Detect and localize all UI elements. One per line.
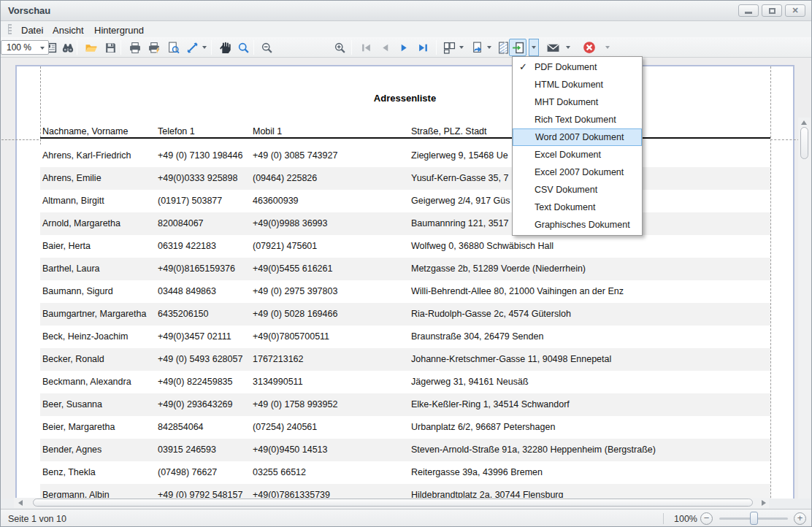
table-row: Altmann, Birgitt(01917) 503877463600939G… [40, 190, 770, 212]
zoom-combobox[interactable]: 100 % [1, 40, 49, 55]
menubar-grip[interactable] [8, 24, 12, 34]
cell-telefon: +49 (0) 9792 548157 [158, 484, 242, 499]
magnifier-button[interactable] [234, 39, 252, 56]
chevron-down-icon [487, 46, 491, 49]
menu-item-mht-dokument[interactable]: MHT Dokument [513, 93, 642, 111]
cell-mobil: +49(0)7805700511 [253, 326, 329, 348]
search-button[interactable] [59, 39, 77, 56]
page-setup-button[interactable] [164, 39, 182, 56]
menu-hintergrund[interactable]: Hintergrund [90, 23, 148, 37]
menu-item-label: Graphisches Dokument [535, 220, 630, 230]
zoom-in-button[interactable] [331, 39, 348, 56]
menu-item-csv-dokument[interactable]: CSV Dokument [513, 181, 642, 199]
statusbar-separator [663, 513, 664, 524]
scale-dropdown[interactable] [199, 39, 210, 56]
menu-item-pdf-dokument[interactable]: ✓PDF Dokument [513, 58, 642, 76]
cell-telefon: +49(0)3457 02111 [158, 326, 231, 348]
multipage-icon [443, 42, 456, 54]
cell-mobil: +49(0)9988 36993 [253, 212, 328, 235]
zoom-slider-thumb[interactable] [750, 512, 758, 525]
save-button[interactable] [102, 39, 119, 56]
next-page-button[interactable] [395, 39, 413, 56]
cell-mobil: 463600939 [253, 190, 299, 212]
page-color-dropdown[interactable] [484, 39, 494, 56]
cell-telefon: +49(0) 293643269 [158, 393, 233, 416]
vertical-scrollbar[interactable] [798, 118, 811, 499]
scroll-left-icon[interactable] [18, 500, 23, 506]
save-icon [104, 42, 117, 54]
menu-item-excel-dokument[interactable]: Excel Dokument [513, 146, 642, 164]
cell-telefon: (07498) 76627 [158, 461, 217, 484]
cell-mobil: 03255 66512 [253, 461, 306, 484]
status-bar: Seite 1 von 10 100% − + [1, 509, 811, 527]
page-color-icon [471, 42, 483, 54]
table-row: Ahrens, Emilie+49(0)0333 925898(09464) 2… [40, 167, 770, 190]
cell-adresse: Hildebrandtplatz 2a, 30744 Flensburg [411, 484, 563, 499]
cell-adresse: Baumannring 121, 3517 [411, 212, 508, 235]
table-row: Becker, Ronald+49 (0) 5493 6280571767213… [40, 348, 770, 371]
prev-page-button[interactable] [376, 39, 394, 56]
scale-icon [186, 42, 199, 54]
export-dropdown[interactable] [529, 39, 539, 56]
page-setup-icon [167, 42, 180, 54]
scroll-right-icon[interactable] [762, 500, 766, 506]
table-row: Baumgartner, Margaretha6435206150+49 (0)… [40, 303, 770, 326]
menu-item-label: MHT Dokument [535, 97, 598, 107]
document-title: Adressenliste [17, 93, 793, 104]
close-icon: ✕ [792, 7, 798, 15]
table-row: Beckmann, Alexandra+49(0) 82245983531349… [40, 371, 770, 393]
zoom-out-slider-button[interactable]: − [700, 512, 713, 525]
vertical-scroll-thumb[interactable] [800, 127, 808, 159]
multipage-button[interactable] [440, 39, 458, 56]
zoom-out-icon [261, 42, 273, 54]
search-icon [61, 42, 74, 54]
quick-print-icon [148, 42, 161, 54]
email-button[interactable] [544, 39, 562, 56]
menu-item-word-2007-dokument[interactable]: Word 2007 Dokument [513, 128, 642, 146]
multipage-dropdown[interactable] [456, 39, 467, 56]
horizontal-scroll-thumb[interactable] [33, 499, 753, 507]
cell-adresse: Metzgasse 2b, 51289 Voerde (Niederrhein) [411, 258, 586, 280]
close-button[interactable]: ✕ [785, 4, 805, 17]
maximize-button[interactable] [762, 4, 782, 17]
export-menu: ✓PDF DokumentHTML DokumentMHT DokumentRi… [512, 56, 643, 236]
zoom-in-slider-button[interactable]: + [794, 512, 806, 525]
open-button[interactable] [83, 39, 100, 56]
menu-ansicht[interactable]: Ansicht [48, 23, 88, 37]
table-row: Baumann, Sigurd03448 849863+49 (0) 2975 … [40, 280, 770, 303]
cell-mobil: +49 (0) 1758 993952 [253, 393, 337, 416]
last-page-button[interactable] [414, 39, 432, 56]
zoom-out-button[interactable] [258, 39, 275, 56]
email-dropdown[interactable] [563, 39, 573, 56]
cell-telefon: 820084067 [158, 212, 204, 235]
toolbar-overflow-button[interactable] [602, 39, 613, 56]
scroll-up-icon[interactable] [801, 120, 807, 125]
magnifier-icon [237, 42, 250, 54]
menu-item-excel-2007-dokument[interactable]: Excel 2007 Dokument [513, 164, 642, 181]
cell-mobil: (07254) 240561 [253, 416, 317, 439]
first-page-button[interactable] [357, 39, 375, 56]
cell-adresse: Urbanplatz 6/2, 96687 Petershagen [411, 416, 555, 439]
print-button[interactable] [126, 39, 144, 56]
menu-item-rich-text-dokument[interactable]: Rich Text Dokument [513, 111, 642, 128]
cell-adresse: Johanne-Kretschmer-Gasse 11, 90498 Ennep… [411, 348, 611, 371]
page-color-button[interactable] [468, 39, 486, 56]
menu-item-html-dokument[interactable]: HTML Dokument [513, 76, 642, 93]
menu-item-text-dokument[interactable]: Text Dokument [513, 199, 642, 216]
close-preview-button[interactable] [581, 39, 598, 56]
toolbar: ? [1, 37, 811, 58]
hand-tool-button[interactable] [215, 39, 233, 56]
menu-item-label: HTML Dokument [535, 80, 603, 90]
scale-button[interactable] [183, 39, 201, 56]
menu-datei[interactable]: Datei [17, 23, 47, 37]
menu-item-label: Excel 2007 Dokument [535, 167, 624, 177]
minimize-button[interactable] [738, 4, 759, 17]
menu-item-graphisches-dokument[interactable]: Graphisches Dokument [513, 216, 642, 234]
cell-telefon: +49(0)0333 925898 [158, 167, 237, 190]
cell-adresse: Jägerweg 31, 94161 Neusäß [411, 371, 529, 393]
column-header-mobil: Mobil 1 [253, 126, 282, 136]
quick-print-button[interactable] [145, 39, 163, 56]
cell-mobil: 3134990511 [253, 371, 303, 393]
export-button[interactable] [509, 39, 526, 56]
horizontal-scrollbar[interactable] [14, 498, 769, 508]
